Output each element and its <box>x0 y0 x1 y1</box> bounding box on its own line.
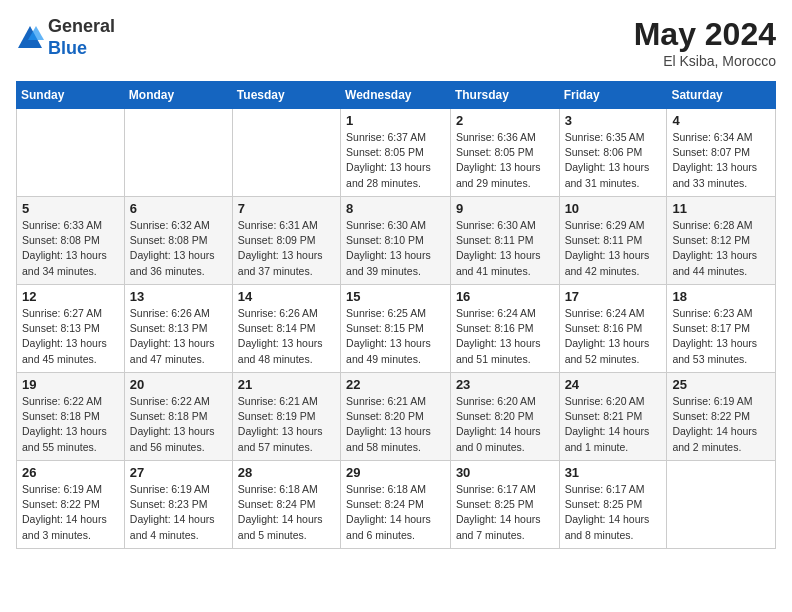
day-number: 26 <box>22 465 119 480</box>
day-number: 30 <box>456 465 554 480</box>
location-subtitle: El Ksiba, Morocco <box>634 53 776 69</box>
day-number: 21 <box>238 377 335 392</box>
calendar-cell: 14Sunrise: 6:26 AM Sunset: 8:14 PM Dayli… <box>232 285 340 373</box>
day-info: Sunrise: 6:18 AM Sunset: 8:24 PM Dayligh… <box>238 482 335 543</box>
calendar-table: SundayMondayTuesdayWednesdayThursdayFrid… <box>16 81 776 549</box>
day-info: Sunrise: 6:19 AM Sunset: 8:22 PM Dayligh… <box>22 482 119 543</box>
day-number: 15 <box>346 289 445 304</box>
calendar-cell: 7Sunrise: 6:31 AM Sunset: 8:09 PM Daylig… <box>232 197 340 285</box>
day-number: 20 <box>130 377 227 392</box>
day-info: Sunrise: 6:17 AM Sunset: 8:25 PM Dayligh… <box>565 482 662 543</box>
calendar-week-row: 1Sunrise: 6:37 AM Sunset: 8:05 PM Daylig… <box>17 109 776 197</box>
weekday-header-thursday: Thursday <box>450 82 559 109</box>
calendar-cell: 27Sunrise: 6:19 AM Sunset: 8:23 PM Dayli… <box>124 461 232 549</box>
day-number: 13 <box>130 289 227 304</box>
day-number: 10 <box>565 201 662 216</box>
calendar-cell: 17Sunrise: 6:24 AM Sunset: 8:16 PM Dayli… <box>559 285 667 373</box>
day-number: 14 <box>238 289 335 304</box>
month-year-title: May 2024 <box>634 16 776 53</box>
weekday-header-row: SundayMondayTuesdayWednesdayThursdayFrid… <box>17 82 776 109</box>
day-number: 3 <box>565 113 662 128</box>
logo-general-text: General <box>48 16 115 36</box>
calendar-cell: 20Sunrise: 6:22 AM Sunset: 8:18 PM Dayli… <box>124 373 232 461</box>
calendar-cell: 28Sunrise: 6:18 AM Sunset: 8:24 PM Dayli… <box>232 461 340 549</box>
calendar-cell: 2Sunrise: 6:36 AM Sunset: 8:05 PM Daylig… <box>450 109 559 197</box>
calendar-cell: 11Sunrise: 6:28 AM Sunset: 8:12 PM Dayli… <box>667 197 776 285</box>
calendar-cell: 13Sunrise: 6:26 AM Sunset: 8:13 PM Dayli… <box>124 285 232 373</box>
calendar-cell: 12Sunrise: 6:27 AM Sunset: 8:13 PM Dayli… <box>17 285 125 373</box>
calendar-cell: 3Sunrise: 6:35 AM Sunset: 8:06 PM Daylig… <box>559 109 667 197</box>
weekday-header-sunday: Sunday <box>17 82 125 109</box>
logo: General Blue <box>16 16 115 59</box>
day-info: Sunrise: 6:22 AM Sunset: 8:18 PM Dayligh… <box>22 394 119 455</box>
weekday-header-tuesday: Tuesday <box>232 82 340 109</box>
calendar-cell: 23Sunrise: 6:20 AM Sunset: 8:20 PM Dayli… <box>450 373 559 461</box>
calendar-cell: 22Sunrise: 6:21 AM Sunset: 8:20 PM Dayli… <box>341 373 451 461</box>
page-header: General Blue May 2024 El Ksiba, Morocco <box>16 16 776 69</box>
calendar-cell: 25Sunrise: 6:19 AM Sunset: 8:22 PM Dayli… <box>667 373 776 461</box>
day-number: 19 <box>22 377 119 392</box>
calendar-cell: 4Sunrise: 6:34 AM Sunset: 8:07 PM Daylig… <box>667 109 776 197</box>
calendar-cell <box>124 109 232 197</box>
day-number: 12 <box>22 289 119 304</box>
day-info: Sunrise: 6:24 AM Sunset: 8:16 PM Dayligh… <box>565 306 662 367</box>
logo-icon <box>16 24 44 52</box>
day-info: Sunrise: 6:36 AM Sunset: 8:05 PM Dayligh… <box>456 130 554 191</box>
day-number: 6 <box>130 201 227 216</box>
day-info: Sunrise: 6:21 AM Sunset: 8:19 PM Dayligh… <box>238 394 335 455</box>
calendar-cell <box>232 109 340 197</box>
day-info: Sunrise: 6:19 AM Sunset: 8:23 PM Dayligh… <box>130 482 227 543</box>
day-info: Sunrise: 6:25 AM Sunset: 8:15 PM Dayligh… <box>346 306 445 367</box>
calendar-cell: 16Sunrise: 6:24 AM Sunset: 8:16 PM Dayli… <box>450 285 559 373</box>
calendar-cell: 15Sunrise: 6:25 AM Sunset: 8:15 PM Dayli… <box>341 285 451 373</box>
day-number: 2 <box>456 113 554 128</box>
calendar-cell: 1Sunrise: 6:37 AM Sunset: 8:05 PM Daylig… <box>341 109 451 197</box>
day-info: Sunrise: 6:30 AM Sunset: 8:11 PM Dayligh… <box>456 218 554 279</box>
day-info: Sunrise: 6:24 AM Sunset: 8:16 PM Dayligh… <box>456 306 554 367</box>
day-info: Sunrise: 6:37 AM Sunset: 8:05 PM Dayligh… <box>346 130 445 191</box>
day-info: Sunrise: 6:26 AM Sunset: 8:14 PM Dayligh… <box>238 306 335 367</box>
day-number: 28 <box>238 465 335 480</box>
day-number: 7 <box>238 201 335 216</box>
day-number: 11 <box>672 201 770 216</box>
calendar-cell: 9Sunrise: 6:30 AM Sunset: 8:11 PM Daylig… <box>450 197 559 285</box>
logo-blue-text: Blue <box>48 38 87 58</box>
day-number: 8 <box>346 201 445 216</box>
day-info: Sunrise: 6:23 AM Sunset: 8:17 PM Dayligh… <box>672 306 770 367</box>
day-number: 27 <box>130 465 227 480</box>
day-number: 4 <box>672 113 770 128</box>
day-info: Sunrise: 6:29 AM Sunset: 8:11 PM Dayligh… <box>565 218 662 279</box>
day-info: Sunrise: 6:21 AM Sunset: 8:20 PM Dayligh… <box>346 394 445 455</box>
day-info: Sunrise: 6:17 AM Sunset: 8:25 PM Dayligh… <box>456 482 554 543</box>
day-number: 17 <box>565 289 662 304</box>
weekday-header-saturday: Saturday <box>667 82 776 109</box>
day-info: Sunrise: 6:19 AM Sunset: 8:22 PM Dayligh… <box>672 394 770 455</box>
day-info: Sunrise: 6:34 AM Sunset: 8:07 PM Dayligh… <box>672 130 770 191</box>
calendar-cell: 8Sunrise: 6:30 AM Sunset: 8:10 PM Daylig… <box>341 197 451 285</box>
calendar-cell: 18Sunrise: 6:23 AM Sunset: 8:17 PM Dayli… <box>667 285 776 373</box>
day-number: 23 <box>456 377 554 392</box>
day-number: 25 <box>672 377 770 392</box>
day-info: Sunrise: 6:30 AM Sunset: 8:10 PM Dayligh… <box>346 218 445 279</box>
day-info: Sunrise: 6:20 AM Sunset: 8:20 PM Dayligh… <box>456 394 554 455</box>
day-number: 22 <box>346 377 445 392</box>
calendar-cell: 19Sunrise: 6:22 AM Sunset: 8:18 PM Dayli… <box>17 373 125 461</box>
calendar-cell <box>667 461 776 549</box>
calendar-cell: 29Sunrise: 6:18 AM Sunset: 8:24 PM Dayli… <box>341 461 451 549</box>
day-number: 16 <box>456 289 554 304</box>
calendar-cell: 10Sunrise: 6:29 AM Sunset: 8:11 PM Dayli… <box>559 197 667 285</box>
calendar-week-row: 26Sunrise: 6:19 AM Sunset: 8:22 PM Dayli… <box>17 461 776 549</box>
calendar-week-row: 5Sunrise: 6:33 AM Sunset: 8:08 PM Daylig… <box>17 197 776 285</box>
day-number: 18 <box>672 289 770 304</box>
calendar-cell: 5Sunrise: 6:33 AM Sunset: 8:08 PM Daylig… <box>17 197 125 285</box>
day-info: Sunrise: 6:20 AM Sunset: 8:21 PM Dayligh… <box>565 394 662 455</box>
day-info: Sunrise: 6:32 AM Sunset: 8:08 PM Dayligh… <box>130 218 227 279</box>
calendar-cell <box>17 109 125 197</box>
day-info: Sunrise: 6:28 AM Sunset: 8:12 PM Dayligh… <box>672 218 770 279</box>
calendar-cell: 26Sunrise: 6:19 AM Sunset: 8:22 PM Dayli… <box>17 461 125 549</box>
day-info: Sunrise: 6:26 AM Sunset: 8:13 PM Dayligh… <box>130 306 227 367</box>
day-info: Sunrise: 6:33 AM Sunset: 8:08 PM Dayligh… <box>22 218 119 279</box>
day-number: 29 <box>346 465 445 480</box>
calendar-cell: 21Sunrise: 6:21 AM Sunset: 8:19 PM Dayli… <box>232 373 340 461</box>
day-info: Sunrise: 6:31 AM Sunset: 8:09 PM Dayligh… <box>238 218 335 279</box>
